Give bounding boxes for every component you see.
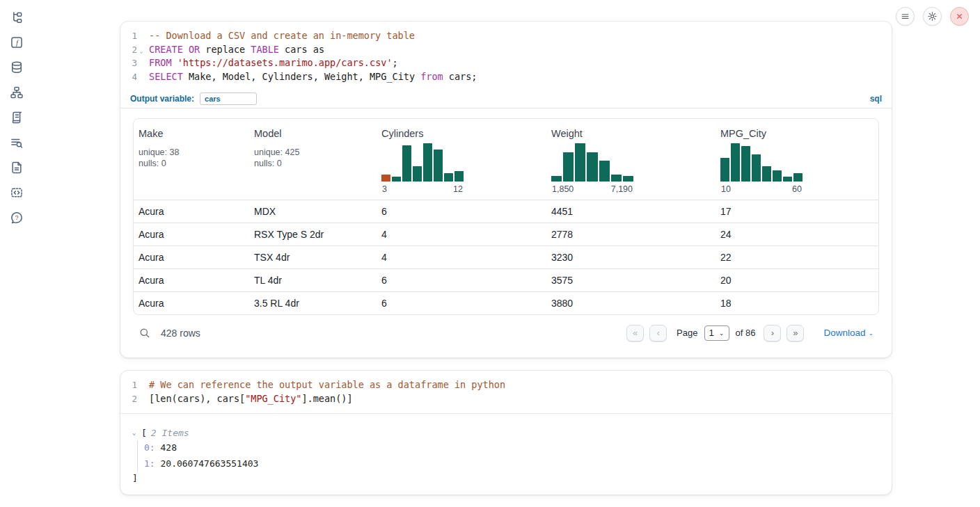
python-code-editor[interactable]: 1# We can reference the output variable … xyxy=(120,371,892,412)
mpg-city-histogram xyxy=(720,143,803,182)
settings-button[interactable] xyxy=(923,7,942,26)
sql-code-editor[interactable]: 1-- Download a CSV and create an in-memo… xyxy=(120,22,892,90)
open-bracket: [ xyxy=(141,428,147,438)
shutdown-button[interactable] xyxy=(950,7,969,26)
table-cell: RSX Type S 2dr xyxy=(249,229,377,240)
tree-root-row: ⌄ [ 2 Items xyxy=(132,425,892,440)
line-number: 1 xyxy=(120,378,137,392)
close-bracket: ] xyxy=(132,472,892,485)
table-cell: MDX xyxy=(249,206,377,217)
database-icon[interactable] xyxy=(10,61,24,74)
table-cell: 3.5 RL 4dr xyxy=(249,298,377,309)
column-header-model[interactable]: Model unique: 425 nulls: 0 xyxy=(249,128,377,194)
python-cell: 1# We can reference the output variable … xyxy=(120,370,892,495)
dependency-graph-icon[interactable] xyxy=(10,86,24,99)
table-cell: 22 xyxy=(716,252,878,263)
column-label: Model xyxy=(254,128,377,139)
file-tree-icon[interactable] xyxy=(10,10,24,24)
table-body: AcuraMDX6445117AcuraRSX Type S 2dr427782… xyxy=(134,200,878,314)
histogram-bar xyxy=(563,152,574,182)
output-variable-bar: Output variable: sql xyxy=(120,90,892,108)
table-row[interactable]: AcuraMDX6445117 xyxy=(134,200,878,223)
histogram-axis-labels: 3 12 xyxy=(381,184,464,194)
code-line[interactable]: 1# We can reference the output variable … xyxy=(120,378,892,392)
code-text: -- Download a CSV and create an in-memor… xyxy=(145,29,415,43)
left-sidebar: f? xyxy=(0,0,33,507)
page-select[interactable]: 1 ⌄ xyxy=(704,325,729,341)
table-row[interactable]: AcuraTSX 4dr4323022 xyxy=(134,246,878,268)
line-number: 1 xyxy=(120,29,137,43)
code-text: FROM 'https://datasets.marimo.app/cars.c… xyxy=(145,56,398,70)
collapse-chevron-icon[interactable]: ⌄ xyxy=(132,429,141,436)
histogram-bar xyxy=(793,173,803,182)
close-icon xyxy=(954,11,965,22)
histogram-bar xyxy=(551,176,562,182)
output-tree: ⌄ [ 2 Items 0: 4281: 20.060747663551403 … xyxy=(120,414,892,485)
code-line[interactable]: 2⌄CREATE OR replace TABLE cars as xyxy=(120,43,892,57)
column-label: Cylinders xyxy=(381,128,546,139)
tree-entry: 1: 20.060747663551403 xyxy=(144,456,892,472)
code-line[interactable]: 1-- Download a CSV and create an in-memo… xyxy=(120,29,892,43)
code-line[interactable]: 4SELECT Make, Model, Cylinders, Weight, … xyxy=(120,70,892,84)
code-text: [len(cars), cars["MPG_City"].mean()] xyxy=(145,392,353,406)
column-label: Make xyxy=(139,128,249,139)
help-icon[interactable]: ? xyxy=(10,211,24,225)
histogram-bar xyxy=(611,175,622,182)
code-line[interactable]: 2[len(cars), cars["MPG_City"].mean()] xyxy=(120,392,892,406)
column-header-mpg-city[interactable]: MPG_City 10 60 xyxy=(716,128,878,194)
logs-icon[interactable] xyxy=(10,136,24,150)
histogram-bar xyxy=(381,175,390,182)
scratchpad-icon[interactable] xyxy=(10,111,24,124)
histogram-bar xyxy=(752,154,761,182)
table-cell: Acura xyxy=(134,229,249,240)
table-row[interactable]: AcuraRSX Type S 2dr4277824 xyxy=(134,223,878,246)
tree-entry: 0: 428 xyxy=(144,440,892,456)
histogram-bar xyxy=(413,166,422,182)
code-text: # We can reference the output variable a… xyxy=(145,378,505,392)
line-number: 3 xyxy=(120,56,137,70)
table-cell: Acura xyxy=(134,252,249,263)
column-summary: unique: 38 nulls: 0 xyxy=(139,147,249,170)
items-count-label: 2 Items xyxy=(151,428,189,438)
functions-icon[interactable]: f xyxy=(10,35,24,49)
download-button[interactable]: Download ⌄ xyxy=(823,328,874,338)
column-header-weight[interactable]: Weight 1,850 7,190 xyxy=(546,128,716,194)
table-cell: 3880 xyxy=(546,298,716,309)
cylinders-histogram xyxy=(381,143,464,182)
histogram-bar xyxy=(741,146,750,182)
settings-icon xyxy=(927,11,938,22)
table-cell: 3230 xyxy=(546,252,716,263)
histogram-bar xyxy=(720,158,729,182)
code-line[interactable]: 3FROM 'https://datasets.marimo.app/cars.… xyxy=(120,56,892,70)
histogram-bar xyxy=(783,177,792,182)
line-number: 4 xyxy=(120,70,137,84)
search-icon[interactable] xyxy=(139,327,150,339)
table-row[interactable]: AcuraTL 4dr6357520 xyxy=(134,268,878,291)
fold-chevron-icon[interactable]: ⌄ xyxy=(137,45,145,58)
histogram-bar xyxy=(402,145,411,182)
output-variable-label: Output variable: xyxy=(130,94,194,104)
prev-page-button[interactable]: ‹ xyxy=(649,325,667,341)
histogram-bar xyxy=(731,143,740,182)
documentation-icon[interactable] xyxy=(10,161,24,175)
column-header-make[interactable]: Make unique: 38 nulls: 0 xyxy=(134,128,249,194)
next-page-button[interactable]: › xyxy=(764,325,781,341)
table-row[interactable]: Acura3.5 RL 4dr6388018 xyxy=(134,291,878,314)
table-footer: 428 rows « ‹ Page 1 ⌄ of 86 › » Download… xyxy=(120,315,892,341)
table-cell: 4 xyxy=(377,252,546,263)
table-cell: 4 xyxy=(377,229,546,240)
table-cell: 17 xyxy=(716,206,878,217)
code-text: SELECT Make, Model, Cylinders, Weight, M… xyxy=(145,70,477,84)
table-cell: 20 xyxy=(716,275,878,286)
table-cell: 24 xyxy=(716,229,878,240)
first-page-button[interactable]: « xyxy=(626,325,644,341)
last-page-button[interactable]: » xyxy=(787,325,804,341)
table-cell: TL 4dr xyxy=(249,275,377,286)
column-summary: unique: 425 nulls: 0 xyxy=(254,147,377,170)
column-header-cylinders[interactable]: Cylinders 3 12 xyxy=(377,128,546,194)
snippets-icon[interactable] xyxy=(10,186,24,200)
table-cell: 6 xyxy=(377,275,546,286)
histogram-axis-labels: 10 60 xyxy=(720,184,803,194)
menu-button[interactable] xyxy=(896,7,915,26)
output-variable-input[interactable] xyxy=(200,92,257,105)
